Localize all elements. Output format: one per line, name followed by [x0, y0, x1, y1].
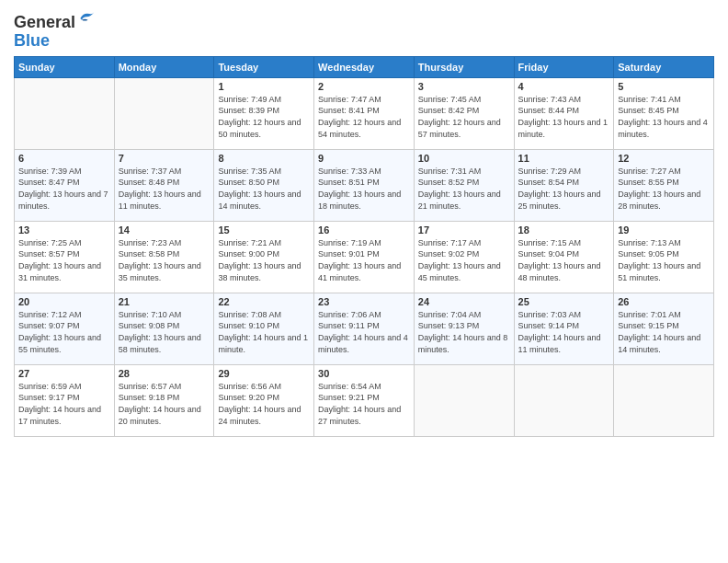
day-info: Sunrise: 7:21 AM Sunset: 9:00 PM Dayligh… [218, 237, 310, 283]
day-info: Sunrise: 7:06 AM Sunset: 9:11 PM Dayligh… [318, 309, 410, 355]
day-number: 12 [618, 153, 710, 164]
col-header-wednesday: Wednesday [314, 56, 415, 77]
day-info: Sunrise: 7:27 AM Sunset: 8:55 PM Dayligh… [618, 166, 710, 212]
day-number: 5 [618, 81, 710, 92]
calendar-cell: 14Sunrise: 7:23 AM Sunset: 8:58 PM Dayli… [114, 221, 214, 293]
day-number: 8 [218, 153, 310, 164]
calendar-cell: 28Sunrise: 6:57 AM Sunset: 9:18 PM Dayli… [114, 364, 214, 436]
day-info: Sunrise: 7:31 AM Sunset: 8:52 PM Dayligh… [418, 166, 510, 212]
day-number: 27 [18, 368, 110, 379]
day-number: 25 [518, 296, 610, 307]
day-info: Sunrise: 7:13 AM Sunset: 9:05 PM Dayligh… [618, 237, 710, 283]
calendar-cell: 16Sunrise: 7:19 AM Sunset: 9:01 PM Dayli… [314, 221, 415, 293]
calendar-cell: 4Sunrise: 7:43 AM Sunset: 8:44 PM Daylig… [514, 77, 614, 149]
calendar-cell [514, 364, 614, 436]
logo-blue-text: Blue [14, 32, 96, 49]
col-header-friday: Friday [514, 56, 614, 77]
calendar-cell: 17Sunrise: 7:17 AM Sunset: 9:02 PM Dayli… [414, 221, 514, 293]
calendar-cell: 8Sunrise: 7:35 AM Sunset: 8:50 PM Daylig… [214, 149, 314, 221]
day-number: 20 [18, 296, 110, 307]
day-number: 22 [218, 296, 310, 307]
col-header-tuesday: Tuesday [214, 56, 314, 77]
day-number: 4 [518, 81, 610, 92]
day-info: Sunrise: 6:57 AM Sunset: 9:18 PM Dayligh… [119, 381, 210, 427]
calendar-cell: 3Sunrise: 7:45 AM Sunset: 8:42 PM Daylig… [414, 77, 514, 149]
day-number: 6 [18, 153, 110, 164]
day-info: Sunrise: 7:12 AM Sunset: 9:07 PM Dayligh… [18, 309, 110, 355]
calendar-cell: 10Sunrise: 7:31 AM Sunset: 8:52 PM Dayli… [414, 149, 514, 221]
calendar-cell: 30Sunrise: 6:54 AM Sunset: 9:21 PM Dayli… [314, 364, 415, 436]
header: General Blue [14, 9, 714, 49]
calendar-cell: 25Sunrise: 7:03 AM Sunset: 9:14 PM Dayli… [514, 293, 614, 364]
calendar-cell [114, 77, 214, 149]
day-info: Sunrise: 7:41 AM Sunset: 8:45 PM Dayligh… [618, 94, 710, 140]
day-number: 15 [218, 224, 310, 236]
calendar-cell [614, 364, 714, 436]
calendar-cell: 2Sunrise: 7:47 AM Sunset: 8:41 PM Daylig… [314, 77, 415, 149]
day-number: 30 [318, 368, 410, 379]
calendar-cell: 22Sunrise: 7:08 AM Sunset: 9:10 PM Dayli… [214, 293, 314, 364]
day-info: Sunrise: 6:59 AM Sunset: 9:17 PM Dayligh… [18, 381, 110, 427]
day-number: 24 [418, 296, 510, 307]
day-info: Sunrise: 7:37 AM Sunset: 8:48 PM Dayligh… [119, 166, 210, 212]
day-number: 18 [518, 224, 610, 236]
calendar-cell: 11Sunrise: 7:29 AM Sunset: 8:54 PM Dayli… [514, 149, 614, 221]
calendar-cell: 23Sunrise: 7:06 AM Sunset: 9:11 PM Dayli… [314, 293, 415, 364]
calendar-cell: 18Sunrise: 7:15 AM Sunset: 9:04 PM Dayli… [514, 221, 614, 293]
col-header-sunday: Sunday [15, 56, 115, 77]
day-info: Sunrise: 7:03 AM Sunset: 9:14 PM Dayligh… [518, 309, 610, 355]
calendar-cell: 29Sunrise: 6:56 AM Sunset: 9:20 PM Dayli… [214, 364, 314, 436]
day-number: 9 [318, 153, 410, 164]
day-number: 26 [618, 296, 710, 307]
day-info: Sunrise: 7:17 AM Sunset: 9:02 PM Dayligh… [418, 237, 510, 283]
calendar-cell [15, 77, 115, 149]
calendar-cell: 19Sunrise: 7:13 AM Sunset: 9:05 PM Dayli… [614, 221, 714, 293]
day-info: Sunrise: 7:39 AM Sunset: 8:47 PM Dayligh… [18, 166, 110, 212]
day-info: Sunrise: 7:49 AM Sunset: 8:39 PM Dayligh… [218, 94, 310, 140]
calendar-cell: 26Sunrise: 7:01 AM Sunset: 9:15 PM Dayli… [614, 293, 714, 364]
logo-bird-icon [77, 9, 96, 28]
day-info: Sunrise: 7:23 AM Sunset: 8:58 PM Dayligh… [119, 237, 210, 283]
logo-general: General [14, 13, 75, 31]
day-info: Sunrise: 7:19 AM Sunset: 9:01 PM Dayligh… [318, 237, 410, 283]
logo: General Blue [14, 9, 96, 49]
day-info: Sunrise: 7:29 AM Sunset: 8:54 PM Dayligh… [518, 166, 610, 212]
day-number: 21 [119, 296, 210, 307]
day-info: Sunrise: 7:01 AM Sunset: 9:15 PM Dayligh… [618, 309, 710, 355]
day-number: 17 [418, 224, 510, 236]
day-number: 2 [318, 81, 410, 92]
day-number: 1 [218, 81, 310, 92]
day-info: Sunrise: 7:15 AM Sunset: 9:04 PM Dayligh… [518, 237, 610, 283]
col-header-monday: Monday [114, 56, 214, 77]
page: General Blue SundayMondayTuesdayWednesda… [0, 0, 728, 563]
calendar-cell: 7Sunrise: 7:37 AM Sunset: 8:48 PM Daylig… [114, 149, 214, 221]
day-number: 14 [119, 224, 210, 236]
col-header-saturday: Saturday [614, 56, 714, 77]
day-info: Sunrise: 7:47 AM Sunset: 8:41 PM Dayligh… [318, 94, 410, 140]
calendar-cell: 24Sunrise: 7:04 AM Sunset: 9:13 PM Dayli… [414, 293, 514, 364]
day-number: 16 [318, 224, 410, 236]
calendar-cell: 9Sunrise: 7:33 AM Sunset: 8:51 PM Daylig… [314, 149, 415, 221]
calendar-cell: 20Sunrise: 7:12 AM Sunset: 9:07 PM Dayli… [15, 293, 115, 364]
calendar-cell: 13Sunrise: 7:25 AM Sunset: 8:57 PM Dayli… [15, 221, 115, 293]
day-number: 11 [518, 153, 610, 164]
day-info: Sunrise: 6:56 AM Sunset: 9:20 PM Dayligh… [218, 381, 310, 427]
day-number: 10 [418, 153, 510, 164]
day-info: Sunrise: 6:54 AM Sunset: 9:21 PM Dayligh… [318, 381, 410, 427]
calendar-cell: 5Sunrise: 7:41 AM Sunset: 8:45 PM Daylig… [614, 77, 714, 149]
day-info: Sunrise: 7:25 AM Sunset: 8:57 PM Dayligh… [18, 237, 110, 283]
calendar-cell: 15Sunrise: 7:21 AM Sunset: 9:00 PM Dayli… [214, 221, 314, 293]
day-number: 23 [318, 296, 410, 307]
calendar-cell: 1Sunrise: 7:49 AM Sunset: 8:39 PM Daylig… [214, 77, 314, 149]
day-number: 3 [418, 81, 510, 92]
day-info: Sunrise: 7:35 AM Sunset: 8:50 PM Dayligh… [218, 166, 310, 212]
day-info: Sunrise: 7:08 AM Sunset: 9:10 PM Dayligh… [218, 309, 310, 355]
day-number: 19 [618, 224, 710, 236]
calendar-cell: 12Sunrise: 7:27 AM Sunset: 8:55 PM Dayli… [614, 149, 714, 221]
day-info: Sunrise: 7:33 AM Sunset: 8:51 PM Dayligh… [318, 166, 410, 212]
day-number: 7 [119, 153, 210, 164]
day-number: 28 [119, 368, 210, 379]
day-info: Sunrise: 7:10 AM Sunset: 9:08 PM Dayligh… [119, 309, 210, 355]
day-number: 13 [18, 224, 110, 236]
calendar-cell: 21Sunrise: 7:10 AM Sunset: 9:08 PM Dayli… [114, 293, 214, 364]
